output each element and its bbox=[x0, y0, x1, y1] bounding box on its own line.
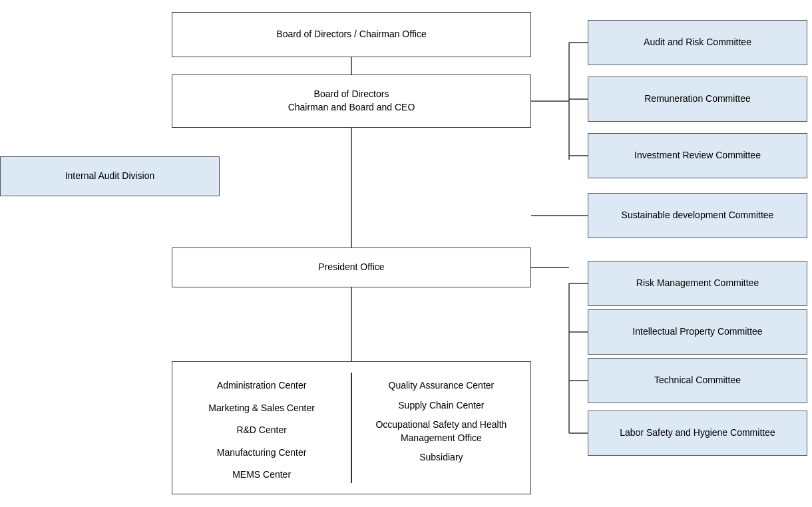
dept-subsidiary: Subsidiary bbox=[419, 451, 463, 464]
dept-right-col: Quality Assurance Center Supply Chain Ce… bbox=[352, 373, 530, 464]
sustainable-dev-label: Sustainable development Committee bbox=[622, 209, 774, 222]
org-chart: Board of Directors / Chairman Office Boa… bbox=[0, 0, 812, 507]
board-directors-label: Board of DirectorsChairman and Board and… bbox=[288, 88, 415, 114]
remuneration-label: Remuneration Committee bbox=[644, 92, 751, 106]
risk-management-label: Risk Management Committee bbox=[636, 277, 759, 290]
ip-label: Intellectual Property Committee bbox=[632, 325, 762, 339]
investment-review-committee-box: Investment Review Committee bbox=[588, 133, 807, 178]
president-office-box: President Office bbox=[172, 248, 531, 287]
dept-manufacturing: Manufacturing Center bbox=[217, 446, 307, 460]
dept-marketing: Marketing & Sales Center bbox=[208, 402, 315, 415]
president-office-label: President Office bbox=[318, 261, 384, 274]
ip-committee-box: Intellectual Property Committee bbox=[588, 309, 807, 355]
board-directors-box: Board of DirectorsChairman and Board and… bbox=[172, 75, 531, 128]
audit-risk-committee-box: Audit and Risk Committee bbox=[588, 20, 807, 65]
dept-qa: Quality Assurance Center bbox=[389, 379, 495, 393]
dept-mems: MEMS Center bbox=[232, 468, 291, 482]
internal-audit-box: Internal Audit Division bbox=[0, 156, 220, 196]
departments-box: Administration Center Marketing & Sales … bbox=[172, 361, 531, 494]
board-chairman-box: Board of Directors / Chairman Office bbox=[172, 12, 531, 57]
labor-safety-committee-box: Labor Safety and Hygiene Committee bbox=[588, 411, 807, 456]
internal-audit-label: Internal Audit Division bbox=[65, 170, 155, 183]
dept-admin: Administration Center bbox=[217, 379, 307, 393]
sustainable-dev-committee-box: Sustainable development Committee bbox=[588, 193, 807, 238]
labor-safety-label: Labor Safety and Hygiene Committee bbox=[620, 426, 775, 440]
dept-rnd: R&D Center bbox=[236, 424, 286, 437]
dept-osha: Occupational Safety and Health Managemen… bbox=[352, 419, 530, 444]
remuneration-committee-box: Remuneration Committee bbox=[588, 77, 807, 122]
technical-label: Technical Committee bbox=[654, 374, 741, 387]
technical-committee-box: Technical Committee bbox=[588, 358, 807, 403]
risk-management-committee-box: Risk Management Committee bbox=[588, 261, 807, 306]
dept-left-col: Administration Center Marketing & Sales … bbox=[172, 373, 351, 482]
dept-supply: Supply Chain Center bbox=[398, 399, 484, 413]
investment-review-label: Investment Review Committee bbox=[634, 149, 761, 162]
audit-risk-label: Audit and Risk Committee bbox=[644, 36, 751, 49]
board-chairman-label: Board of Directors / Chairman Office bbox=[276, 28, 426, 41]
